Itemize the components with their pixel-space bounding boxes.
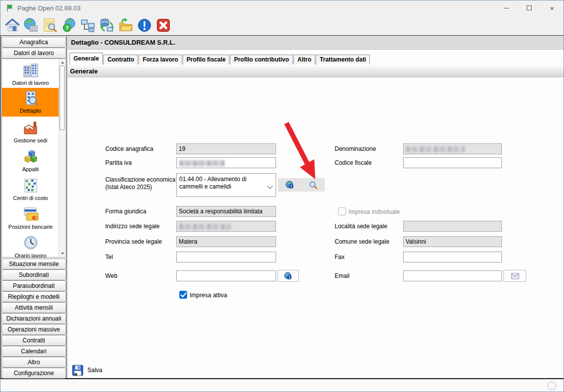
ateco-buttons-strip: [278, 178, 325, 192]
close-button[interactable]: ×: [541, 0, 564, 15]
page-title: Dettaglio - CONSULDREAM S.R.L.: [68, 36, 564, 50]
tab-altro[interactable]: Altro: [293, 55, 315, 65]
network-button[interactable]: [78, 16, 97, 34]
network-icon: [80, 17, 96, 33]
svg-text:?: ?: [66, 25, 69, 31]
cost-grid-icon: [22, 177, 40, 195]
sidebar-item-label: Gestione sedi: [2, 137, 59, 144]
sidebar-group-situazione-mensile[interactable]: Situazione mensile: [1, 259, 66, 269]
localita-sede-legale-label: Località sede legale: [335, 223, 387, 230]
tab-forza-lavoro[interactable]: Forza lavoro: [139, 55, 182, 65]
ateco-combobox[interactable]: 01.44.00 - Allevamento di cammelli e cam…: [176, 173, 276, 197]
main-frame: Anagrafica Datori di lavoro: [0, 35, 564, 379]
sidebar-item-posizioni-bancarie[interactable]: Posizioni bancarie: [2, 204, 59, 232]
globe-info-icon: [285, 181, 294, 190]
sidebar-scrollbar[interactable]: [59, 60, 65, 257]
sidebar-item-appalti[interactable]: Appalti: [2, 146, 59, 174]
data-sync-button[interactable]: [97, 16, 116, 34]
tab-contratto[interactable]: Contratto: [103, 55, 138, 65]
fax-label: Fax: [335, 254, 345, 261]
clock-icon: [22, 234, 40, 252]
ateco-web-button[interactable]: [285, 181, 294, 190]
sidebar-group-riepiloghi[interactable]: Riepiloghi e modelli: [1, 291, 66, 302]
mail-icon: [511, 272, 519, 280]
partita-iva-field[interactable]: [176, 157, 276, 168]
web-field[interactable]: [176, 270, 276, 281]
section-title: Generale: [68, 65, 564, 77]
sidebar-group-dichiarazioni-annuali[interactable]: Dichiarazioni annuali: [1, 313, 66, 324]
indirizzo-sede-legale-field: [176, 221, 276, 232]
sidebar-group-operazioni-massive[interactable]: Operazioni massive: [1, 324, 66, 335]
tel-label: Tel: [105, 254, 113, 261]
ateco-search-button[interactable]: [309, 181, 318, 190]
email-field[interactable]: [403, 270, 502, 281]
sidebar-group-subordinati[interactable]: Subordinati: [1, 269, 66, 280]
sidebar-group-configurazione[interactable]: Configurazione: [1, 368, 66, 379]
fax-field[interactable]: [403, 252, 502, 262]
data-sync-icon: [99, 17, 115, 33]
status-spinner-icon: [547, 381, 557, 391]
minimize-button[interactable]: [495, 0, 518, 15]
save-button[interactable]: Salva: [71, 363, 102, 377]
sidebar-group-datori-di-lavoro[interactable]: Datori di lavoro: [1, 48, 66, 59]
web-help-button[interactable]: ?: [60, 16, 78, 34]
tab-profilo-fiscale[interactable]: Profilo fiscale: [183, 55, 230, 65]
forma-giuridica-label: Forma giuridica: [105, 208, 146, 215]
tab-strip: Generale Contratto Forza lavoro Profilo …: [70, 53, 370, 65]
tab-profilo-contributivo[interactable]: Profilo contributivo: [230, 55, 293, 65]
news-button[interactable]: [22, 16, 41, 34]
sidebar-group-altro[interactable]: Altro: [1, 357, 66, 368]
ateco-selected-value: 01.44.00 - Allevamento di cammelli e cam…: [179, 176, 265, 191]
sidebar-item-datori-di-lavoro[interactable]: Datori di lavoro: [2, 60, 59, 88]
send-email-button[interactable]: [503, 270, 526, 282]
cubes-icon: [22, 148, 40, 166]
window-title: Paghe Open 02.69.03: [17, 4, 80, 12]
sidebar-item-gestione-sedi[interactable]: Gestione sedi: [2, 118, 59, 145]
tel-field[interactable]: [176, 252, 276, 262]
impresa-attiva-checkbox[interactable]: [179, 291, 187, 299]
search-icon: [309, 181, 318, 190]
title-bar: Paghe Open 02.69.03 ×: [0, 0, 564, 15]
scrollbar-thumb[interactable]: [60, 65, 65, 130]
log-search-button[interactable]: [41, 16, 60, 34]
codice-fiscale-field[interactable]: [403, 157, 502, 168]
classificazione-label-line1: Classificazione economica: [105, 176, 175, 183]
scroll-up-arrow[interactable]: [59, 60, 66, 65]
sidebar-item-label: Posizioni bancarie: [2, 224, 59, 230]
sidebar-group-anagrafica[interactable]: Anagrafica: [1, 37, 66, 48]
maximize-button[interactable]: [518, 0, 541, 15]
sidebar-group-calendari[interactable]: Calendari: [1, 346, 66, 357]
tab-trattamento-dati[interactable]: Trattamento dati: [316, 55, 370, 65]
sidebar-group-attivita-mensili[interactable]: Attività mensili: [1, 302, 66, 313]
comune-sede-legale-label: Comune sede legale: [335, 238, 389, 245]
tab-generale[interactable]: Generale: [70, 53, 103, 65]
forma-giuridica-field: [176, 206, 276, 217]
sidebar-item-label: Appalti: [2, 166, 59, 173]
sidebar-item-orario-lavoro[interactable]: Orario lavoro: [2, 233, 59, 258]
bank-cards-icon: [22, 205, 40, 223]
open-folder-icon: [118, 17, 134, 33]
sidebar: Anagrafica Datori di lavoro: [1, 36, 67, 378]
indirizzo-sede-legale-label: Indirizzo sede legale: [105, 223, 159, 230]
email-label: Email: [335, 272, 350, 279]
sidebar-item-label: Dettaglio: [2, 108, 59, 114]
app-window: Paghe Open 02.69.03 ×: [0, 0, 564, 392]
exit-button[interactable]: [154, 16, 173, 34]
sidebar-group-contratti[interactable]: Contratti: [1, 335, 66, 346]
sidebar-group-parasubordinati[interactable]: Parasubordinati: [1, 280, 66, 291]
web-open-button[interactable]: [278, 270, 299, 282]
status-bar: [0, 380, 564, 392]
factory-icon: [22, 119, 40, 137]
localita-sede-legale-field: [403, 221, 502, 232]
home-button[interactable]: [3, 16, 22, 34]
codice-anagrafica-label: Codice anagrafica: [105, 145, 153, 152]
scroll-down-arrow[interactable]: [59, 251, 66, 257]
sidebar-item-dettaglio[interactable]: Dettaglio: [2, 88, 59, 117]
info-icon: [137, 17, 152, 33]
info-button[interactable]: [135, 16, 154, 34]
sidebar-nav-panel: Datori di lavoro: [1, 59, 66, 258]
internet-news-icon: [23, 17, 39, 33]
impresa-individuale-label: Impresa individuale: [349, 208, 400, 215]
sidebar-item-centri-di-costo[interactable]: Centri di costo: [2, 175, 59, 203]
open-folder-button[interactable]: [116, 16, 135, 34]
